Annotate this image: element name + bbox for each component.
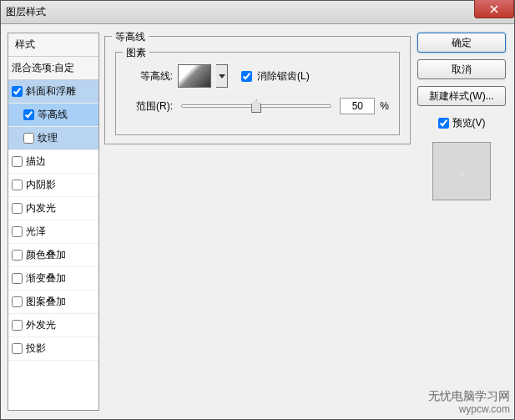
range-label: 范围(R):	[126, 99, 173, 114]
group-elements-title: 图素	[123, 46, 149, 60]
close-button[interactable]	[474, 0, 514, 18]
main-panel: 等高线 图素 等高线: 消除锯齿(L) 范围(R):	[104, 33, 411, 411]
style-checkbox[interactable]	[12, 273, 23, 284]
style-checkbox[interactable]	[12, 156, 23, 167]
style-label: 投影	[26, 342, 46, 356]
right-panel: 确定 取消 新建样式(W)... 预览(V)	[416, 33, 507, 411]
style-checkbox[interactable]	[12, 320, 23, 331]
style-label: 内发光	[26, 201, 56, 215]
style-item[interactable]: 内阴影	[8, 174, 98, 197]
ok-button[interactable]: 确定	[417, 33, 506, 53]
window-title: 图层样式	[6, 5, 46, 19]
style-item[interactable]: 光泽	[8, 220, 98, 244]
style-label: 光泽	[26, 225, 46, 239]
blend-options[interactable]: 混合选项:自定	[8, 57, 98, 80]
titlebar: 图层样式	[1, 1, 514, 24]
style-item[interactable]: 颜色叠加	[8, 244, 98, 267]
range-unit: %	[380, 100, 389, 112]
style-label: 纹理	[38, 131, 58, 145]
style-checkbox[interactable]	[23, 133, 34, 144]
style-checkbox[interactable]	[12, 250, 23, 261]
contour-picker[interactable]	[178, 64, 211, 88]
style-item[interactable]: 描边	[8, 150, 98, 174]
style-checkbox[interactable]	[12, 86, 23, 97]
style-checkbox[interactable]	[12, 203, 23, 214]
antialias-label: 消除锯齿(L)	[257, 69, 310, 83]
style-label: 内阴影	[26, 178, 56, 192]
contour-dropdown[interactable]	[216, 64, 228, 88]
style-checkbox[interactable]	[12, 296, 23, 307]
antialias-checkbox[interactable]	[241, 71, 252, 82]
styles-header: 样式	[8, 33, 98, 57]
style-checkbox[interactable]	[12, 180, 23, 190]
preview-label: 预览(V)	[452, 116, 486, 130]
style-checkbox[interactable]	[23, 109, 34, 120]
style-item[interactable]: 纹理	[8, 127, 98, 150]
range-slider[interactable]	[181, 104, 331, 108]
style-label: 渐变叠加	[26, 271, 66, 286]
preview-thumbnail	[432, 142, 491, 200]
style-label: 图案叠加	[26, 295, 66, 309]
style-item[interactable]: 斜面和浮雕	[8, 80, 98, 104]
style-checkbox[interactable]	[12, 226, 23, 237]
close-icon	[490, 5, 498, 13]
style-label: 斜面和浮雕	[26, 84, 76, 99]
style-item[interactable]: 等高线	[8, 104, 98, 127]
style-label: 颜色叠加	[26, 248, 66, 262]
new-style-button[interactable]: 新建样式(W)...	[417, 86, 506, 106]
range-input[interactable]	[340, 98, 375, 114]
style-label: 等高线	[38, 108, 68, 122]
preview-checkbox[interactable]	[438, 118, 449, 129]
slider-thumb[interactable]	[251, 99, 261, 113]
style-checkbox[interactable]	[12, 343, 23, 354]
style-label: 外发光	[26, 318, 56, 332]
group-contour-title: 等高线	[112, 30, 149, 44]
style-label: 描边	[26, 154, 46, 169]
styles-panel: 样式 混合选项:自定 斜面和浮雕等高线纹理描边内阴影内发光光泽颜色叠加渐变叠加图…	[8, 33, 99, 411]
contour-label: 等高线:	[126, 69, 173, 83]
chevron-down-icon	[219, 74, 225, 78]
style-item[interactable]: 渐变叠加	[8, 267, 98, 291]
style-item[interactable]: 内发光	[8, 197, 98, 220]
style-item[interactable]: 外发光	[8, 314, 98, 337]
style-item[interactable]: 投影	[8, 337, 98, 361]
cancel-button[interactable]: 取消	[417, 59, 506, 79]
style-item[interactable]: 图案叠加	[8, 291, 98, 314]
